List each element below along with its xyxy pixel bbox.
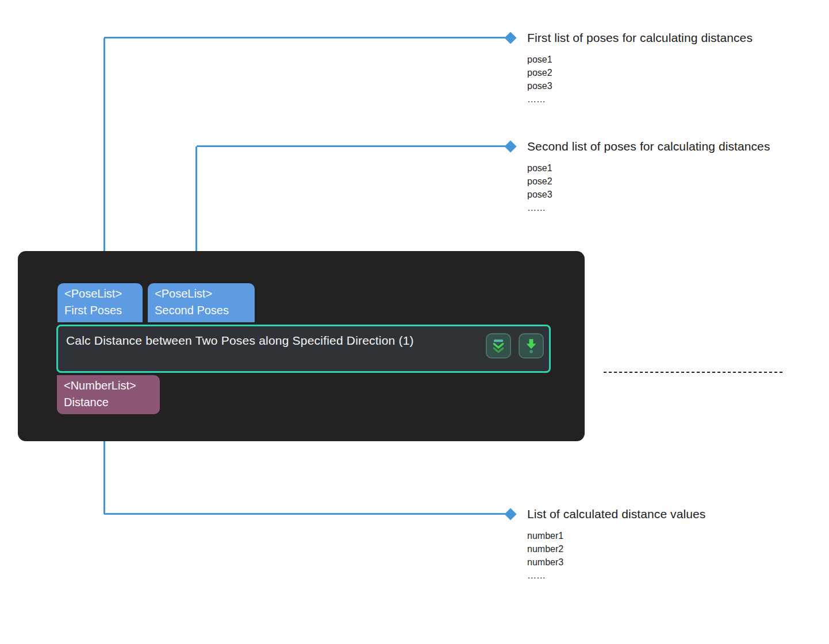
list-item: pose2: [527, 66, 753, 79]
annotation-title: First list of poses for calculating dist…: [527, 30, 753, 46]
list-item: number3: [527, 556, 705, 569]
list-item: pose1: [527, 161, 770, 175]
list-item: pose2: [527, 175, 770, 188]
connector-line-first-input-horizontal: [104, 37, 511, 38]
connector-line-output-horizontal: [104, 513, 511, 515]
connector-diamond-first-label: [504, 32, 516, 44]
list-item: number2: [527, 542, 705, 556]
connector-line-first-input-vertical: [103, 38, 105, 277]
input-port-second-poses[interactable]: <PoseList> Second Poses: [148, 283, 255, 322]
annotation-title: Second list of poses for calculating dis…: [527, 138, 770, 155]
output-port-distance[interactable]: <NumberList> Distance: [57, 375, 160, 414]
port-name-label: Distance: [64, 394, 153, 411]
double-chevron-down-icon: [490, 337, 507, 355]
port-type-label: <PoseList>: [155, 286, 248, 302]
port-type-label: <NumberList>: [64, 377, 153, 394]
annotation-output: List of calculated distance values numbe…: [527, 506, 705, 582]
list-item: ……: [527, 569, 705, 582]
collapse-node-button[interactable]: [486, 333, 511, 358]
list-item: pose3: [527, 188, 770, 201]
list-item: pose3: [527, 79, 753, 92]
annotation-item-list: pose1pose2pose3……: [527, 161, 770, 214]
list-item: ……: [527, 201, 770, 214]
port-name-label: First Poses: [64, 302, 136, 319]
annotation-item-list: number1number2number3……: [527, 529, 705, 582]
dotted-separator-line: [604, 372, 783, 373]
list-item: pose1: [527, 53, 753, 66]
annotation-title: List of calculated distance values: [527, 506, 705, 522]
node-calc-distance[interactable]: Calc Distance between Two Poses along Sp…: [56, 325, 551, 373]
arrow-down-dot-icon: [523, 336, 540, 356]
input-port-first-poses[interactable]: <PoseList> First Poses: [57, 283, 143, 322]
port-name-label: Second Poses: [155, 302, 248, 319]
node-group-panel[interactable]: <PoseList> First Poses <PoseList> Second…: [18, 251, 585, 441]
annotation-item-list: pose1pose2pose3……: [527, 53, 753, 106]
diagram-canvas: <PoseList> First Poses <PoseList> Second…: [0, 0, 829, 644]
list-item: number1: [527, 529, 705, 542]
connector-diamond-output-label: [504, 508, 516, 520]
node-title: Calc Distance between Two Poses along Sp…: [66, 334, 414, 348]
annotation-second-input: Second list of poses for calculating dis…: [527, 138, 770, 214]
annotation-first-input: First list of poses for calculating dist…: [527, 30, 753, 106]
connector-line-second-input-horizontal: [197, 145, 511, 147]
list-item: ……: [527, 92, 753, 106]
step-run-button[interactable]: [519, 333, 544, 358]
port-type-label: <PoseList>: [64, 286, 136, 302]
connector-diamond-second-label: [504, 140, 516, 152]
